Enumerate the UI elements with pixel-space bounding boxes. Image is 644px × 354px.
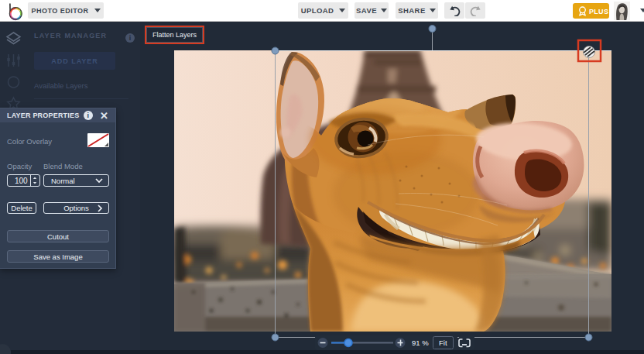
svg-text:Fit: Fit xyxy=(439,339,447,347)
svg-text:91 %: 91 % xyxy=(412,339,429,347)
